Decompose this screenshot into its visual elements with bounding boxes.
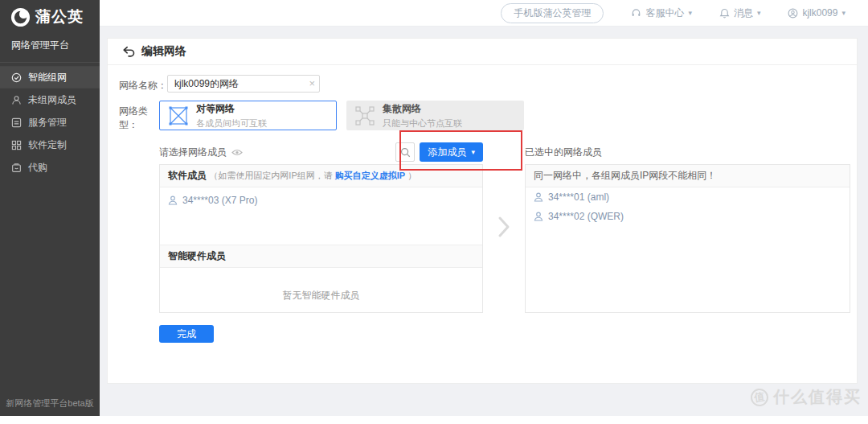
available-members-column: 请选择网络成员 添加成员 [159,140,483,313]
user-circle-icon [788,8,798,19]
type-desc: 各成员间均可互联 [196,117,267,130]
hub-network-icon [354,106,375,126]
service-center-menu[interactable]: 客服中心 ▾ [631,6,692,20]
ip-segment-warning: 同一网络中，各组网成员IP网段不能相同！ [526,165,850,187]
type-option-hub-network[interactable]: 集散网络 只能与中心节点互联 [346,101,524,130]
sidebar-item-label: 代购 [28,161,47,175]
bell-icon [719,8,730,19]
logo[interactable]: 蒲公英 [0,0,100,31]
sidebar-menu: 智能组网 未组网成员 服务管理 软件定制 [0,66,100,179]
service-icon [11,117,22,128]
type-option-peer-network[interactable]: 对等网络 各成员间均可互联 [159,101,337,130]
hardware-empty-state: 暂无智能硬件成员 [160,268,482,323]
network-name-row: 网络名称： × [119,75,849,93]
sidebar-item-smart-networking[interactable]: 智能组网 [0,66,100,89]
mobile-manage-button[interactable]: 手机版蒲公英管理 [501,3,604,23]
chevron-down-icon: ▾ [841,9,845,17]
selected-member-list: 34****01 (aml) 34****02 (QWER) [526,187,850,226]
chevron-down-icon: ▾ [688,9,692,17]
type-desc: 只能与中心节点互联 [383,117,462,130]
username-label: kjlk0099 [802,7,837,19]
member-row[interactable]: 34****02 (QWER) [526,207,850,226]
sidebar-item-service-management[interactable]: 服务管理 [0,111,100,134]
dandelion-logo-icon [10,7,31,27]
clear-icon[interactable]: × [309,77,315,90]
hardware-members-header: 智能硬件成员 [160,245,482,268]
search-icon [400,147,411,158]
sidebar-item-label: 未组网成员 [28,93,76,107]
sidebar-item-unnetworked-members[interactable]: 未组网成员 [0,89,100,111]
members-icon [11,95,22,105]
sidebar-item-purchasing[interactable]: 代购 [0,156,100,179]
type-title: 集散网络 [383,102,462,116]
add-member-button[interactable]: 添加成员 ▾ [420,142,483,162]
service-center-label: 客服中心 [645,6,684,20]
member-selection-section: 请选择网络成员 添加成员 [159,140,849,313]
messages-menu[interactable]: 消息 ▾ [719,6,761,20]
sidebar-footer-version: 新网络管理平台beta版 [0,397,100,410]
chevron-down-icon: ▾ [757,9,761,17]
selected-members-title: 已选中的网络成员 [525,146,602,159]
finish-button[interactable]: 完成 [159,325,214,343]
sidebar: 蒲公英 网络管理平台 智能组网 未组网成员 服务管理 [0,0,100,416]
transfer-arrow-area [483,140,525,313]
network-name-input[interactable] [167,75,320,93]
member-name: 34****02 (QWER) [548,211,624,222]
edit-network-card: 编辑网络 网络名称： × 网络类型： [107,38,858,384]
person-icon [534,212,543,221]
eye-icon[interactable] [231,149,243,156]
network-type-row: 网络类型： 对等网络 各成员间均可互联 [119,101,849,132]
select-members-title: 请选择网络成员 [159,146,227,159]
sidebar-item-label: 服务管理 [28,116,67,130]
smart-networking-icon [11,72,22,83]
network-name-input-wrap: × [167,75,320,93]
selected-members-panel: 同一网络中，各组网成员IP网段不能相同！ 34****01 (aml) [525,164,850,313]
page-title: 编辑网络 [141,44,186,59]
top-header: 手机版蒲公英管理 客服中心 ▾ 消息 ▾ kjlk0099 ▾ [100,0,868,27]
member-name: 34****01 (aml) [548,191,609,203]
search-member-button[interactable] [395,142,415,162]
software-members-note-suffix: ） [405,171,416,180]
available-members-toolbar: 请选择网络成员 添加成员 [159,140,483,164]
mesh-network-icon [168,106,189,126]
person-icon [534,192,543,202]
smzdm-watermark: 值 什么值得买 [751,386,862,408]
software-members-header: 软件成员 （如需使用固定内网IP组网，请 购买自定义虚拟IP ） [160,165,482,187]
software-members-title: 软件成员 [168,170,207,181]
back-icon[interactable] [122,46,135,57]
selected-members-toolbar: 已选中的网络成员 [525,140,850,164]
value-badge-icon: 值 [750,387,770,407]
member-name: 34****03 (X7 Pro) [182,195,257,206]
network-type-label: 网络类型： [119,101,159,132]
chevron-down-icon: ▾ [471,148,475,156]
account-menu[interactable]: kjlk0099 ▾ [788,7,845,19]
software-member-list: 34****03 (X7 Pro) [160,187,482,245]
customization-icon [11,140,22,150]
watermark-text: 什么值得买 [773,386,862,408]
app-window: 蒲公英 网络管理平台 智能组网 未组网成员 服务管理 [0,0,868,416]
card-body: 网络名称： × 网络类型： 对等网络 各成 [108,65,857,343]
software-members-note: （如需使用固定内网IP组网，请 [209,171,334,180]
member-row[interactable]: 34****01 (aml) [526,187,850,207]
type-title: 对等网络 [196,102,267,116]
platform-title: 网络管理平台 [0,31,100,63]
headset-icon [631,8,641,19]
sidebar-item-label: 智能组网 [28,71,67,84]
logo-text: 蒲公英 [35,6,84,27]
sidebar-item-label: 软件定制 [28,138,67,152]
messages-label: 消息 [734,6,753,20]
purchasing-icon [11,163,22,173]
add-member-label: 添加成员 [428,146,466,159]
buy-custom-ip-link[interactable]: 购买自定义虚拟IP [335,171,405,180]
card-header: 编辑网络 [108,39,857,65]
selected-members-column: 已选中的网络成员 同一网络中，各组网成员IP网段不能相同！ 34****01 (… [525,140,850,313]
network-name-label: 网络名称： [119,75,167,93]
chevron-right-icon [497,216,510,238]
main-content: 编辑网络 网络名称： × 网络类型： [100,27,868,416]
sidebar-item-software-customization[interactable]: 软件定制 [0,134,100,156]
available-members-panel: 软件成员 （如需使用固定内网IP组网，请 购买自定义虚拟IP ） 34****0… [159,164,483,313]
person-icon [168,196,178,205]
member-row[interactable]: 34****03 (X7 Pro) [160,191,482,210]
